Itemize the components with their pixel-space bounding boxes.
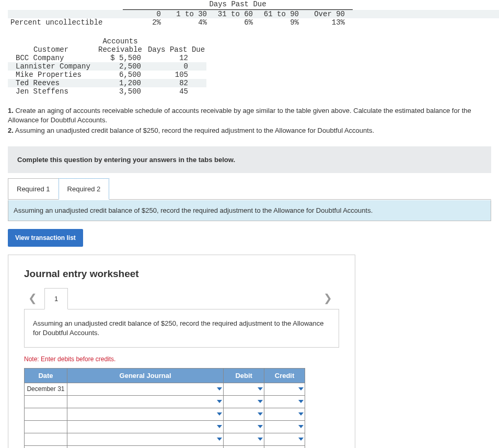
customer-table: Accounts Customer Receivable Days Past D… xyxy=(8,37,206,96)
dropdown-arrow-icon xyxy=(258,400,263,403)
aging-col-0: 0 xyxy=(123,10,169,18)
jtable-date-cell[interactable] xyxy=(25,445,67,448)
cust-ar: 1,200 xyxy=(94,79,146,87)
journal-table: Date General Journal Debit Credit Decemb… xyxy=(24,368,305,448)
tab-required-1[interactable]: Required 1 xyxy=(8,178,59,200)
aging-val-1: 4% xyxy=(169,18,215,27)
dropdown-arrow-icon xyxy=(217,400,222,403)
cust-ar: $ 5,500 xyxy=(94,54,146,62)
q2-text: Assuming an unadjusted credit balance of… xyxy=(14,127,374,134)
aging-col-2: 31 to 60 xyxy=(215,10,261,18)
jtable-debit-cell[interactable] xyxy=(224,408,264,420)
jtable-head-debit: Debit xyxy=(224,368,264,383)
cust-name: Jen Steffens xyxy=(8,87,94,96)
dropdown-arrow-icon xyxy=(217,438,222,441)
q2-num: 2. xyxy=(8,127,14,134)
cust-name: Ted Reeves xyxy=(8,79,94,87)
dropdown-arrow-icon xyxy=(258,387,263,390)
cust-name: Lannister Company xyxy=(8,62,94,71)
cust-head-ar-1: Accounts xyxy=(94,37,146,45)
aging-col-4: Over 90 xyxy=(307,10,353,18)
journal-worksheet: Journal entry worksheet ❮ 1 ❯ Assuming a… xyxy=(8,255,355,448)
jtable-gj-cell[interactable] xyxy=(67,445,223,448)
cust-name: Mike Properties xyxy=(8,71,94,79)
aging-val-0: 2% xyxy=(123,18,169,27)
jtable-credit-cell[interactable] xyxy=(264,420,305,433)
cust-days: 0 xyxy=(146,62,206,71)
instruction-box: Complete this question by entering your … xyxy=(8,146,491,173)
dropdown-arrow-icon xyxy=(298,400,304,403)
jtable-date-cell[interactable] xyxy=(25,433,67,445)
jtable-gj-cell[interactable] xyxy=(67,383,223,395)
jtable-credit-cell[interactable] xyxy=(264,383,305,395)
worksheet-title: Journal entry worksheet xyxy=(24,268,339,280)
jtable-head-credit: Credit xyxy=(264,368,305,383)
jtable-head-gj: General Journal xyxy=(67,368,223,383)
jtable-date-cell[interactable] xyxy=(25,408,67,420)
q1-num: 1. xyxy=(8,107,14,114)
jtable-gj-cell[interactable] xyxy=(67,408,223,420)
question-list: 1. Create an aging of accounts receivabl… xyxy=(8,106,491,136)
worksheet-prompt: Assuming an unadjusted credit balance of… xyxy=(24,309,339,348)
jtable-date-cell[interactable] xyxy=(25,395,67,408)
cust-ar: 2,500 xyxy=(94,62,146,71)
prompt-bar: Assuming an unadjusted credit balance of… xyxy=(8,200,491,221)
aging-val-3: 9% xyxy=(261,18,307,27)
cust-days: 82 xyxy=(146,79,206,87)
cust-ar: 6,500 xyxy=(94,71,146,79)
jtable-debit-cell[interactable] xyxy=(224,420,264,433)
cust-head-ar-2: Receivable xyxy=(94,45,146,54)
jtable-gj-cell[interactable] xyxy=(67,420,223,433)
aging-table: Days Past Due 0 1 to 30 31 to 60 61 to 9… xyxy=(8,0,499,27)
jtable-gj-cell[interactable] xyxy=(67,433,223,445)
jtable-credit-cell[interactable] xyxy=(264,433,305,445)
jtable-credit-cell[interactable] xyxy=(264,395,305,408)
cust-days: 105 xyxy=(146,71,206,79)
dropdown-arrow-icon xyxy=(217,425,222,428)
jtable-debit-cell[interactable] xyxy=(224,445,264,448)
dropdown-arrow-icon xyxy=(258,412,263,416)
aging-row-label: Percent uncollectible xyxy=(8,18,123,27)
worksheet-next-arrow[interactable]: ❯ xyxy=(319,292,336,304)
aging-header-title: Days Past Due xyxy=(123,0,353,10)
aging-col-3: 61 to 90 xyxy=(261,10,307,18)
jtable-debit-cell[interactable] xyxy=(224,383,264,395)
dropdown-arrow-icon xyxy=(217,387,222,390)
cust-head-customer: Customer xyxy=(8,45,94,54)
aging-col-1: 1 to 30 xyxy=(169,10,215,18)
dropdown-arrow-icon xyxy=(258,425,263,428)
dropdown-arrow-icon xyxy=(298,412,304,416)
q1-text: Create an aging of accounts receivable s… xyxy=(8,107,471,124)
jtable-debit-cell[interactable] xyxy=(224,395,264,408)
jtable-debit-cell[interactable] xyxy=(224,433,264,445)
cust-head-days: Days Past Due xyxy=(146,45,206,54)
dropdown-arrow-icon xyxy=(298,387,304,390)
tab-bar: Required 1 Required 2 xyxy=(8,178,491,200)
jtable-head-date: Date xyxy=(25,368,67,383)
jtable-credit-cell[interactable] xyxy=(264,408,305,420)
cust-ar: 3,500 xyxy=(94,87,146,96)
aging-val-4: 13% xyxy=(307,18,353,27)
worksheet-prev-arrow[interactable]: ❮ xyxy=(24,292,41,304)
jtable-date-cell[interactable] xyxy=(25,420,67,433)
dropdown-arrow-icon xyxy=(258,438,263,441)
dropdown-arrow-icon xyxy=(298,425,304,428)
worksheet-page-tab[interactable]: 1 xyxy=(44,288,68,309)
worksheet-note: Note: Enter debits before credits. xyxy=(24,355,339,363)
tab-required-2[interactable]: Required 2 xyxy=(59,178,110,200)
jtable-credit-cell[interactable] xyxy=(264,445,305,448)
jtable-gj-cell[interactable] xyxy=(67,395,223,408)
cust-days: 12 xyxy=(146,54,206,62)
view-transaction-list-button[interactable]: View transaction list xyxy=(8,229,83,247)
jtable-date-cell[interactable]: December 31 xyxy=(25,383,67,395)
aging-val-2: 6% xyxy=(215,18,261,27)
cust-days: 45 xyxy=(146,87,206,96)
cust-name: BCC Company xyxy=(8,54,94,62)
dropdown-arrow-icon xyxy=(298,438,304,441)
dropdown-arrow-icon xyxy=(217,412,222,416)
